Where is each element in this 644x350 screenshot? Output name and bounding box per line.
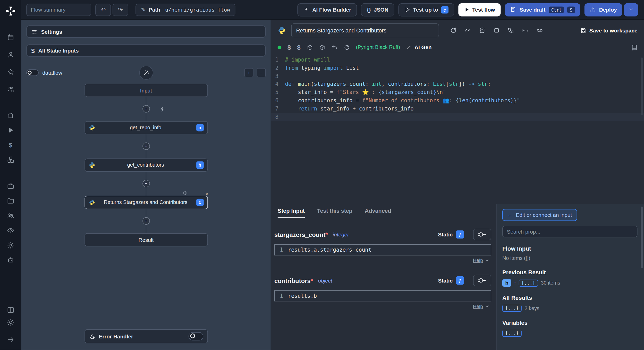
ai-gen-button[interactable]: AI Gen bbox=[406, 44, 432, 50]
deploy-menu-button[interactable] bbox=[624, 3, 638, 16]
sidebar-item-variables[interactable]: $ bbox=[3, 139, 18, 151]
error-handler-label: Error Handler bbox=[99, 333, 133, 339]
flow-summary-input[interactable] bbox=[26, 4, 91, 16]
tab-step-input[interactable]: Step Input bbox=[278, 204, 305, 218]
static-toggle[interactable]: Static ƒ bbox=[438, 276, 464, 285]
step-node-b[interactable]: get_contributors b bbox=[84, 158, 208, 172]
edit-connect-input-button[interactable]: ← Edit or connect an input bbox=[502, 209, 577, 221]
sidebar-item-settings[interactable] bbox=[3, 239, 18, 251]
test-flow-button[interactable]: Test flow bbox=[458, 3, 501, 16]
sleep-bed-icon[interactable] bbox=[522, 27, 529, 34]
sidebar-item-workers[interactable] bbox=[3, 209, 18, 222]
retry-loop-icon[interactable] bbox=[450, 27, 457, 34]
theme-toggle[interactable] bbox=[3, 316, 18, 329]
path-chip[interactable]: ✎ Path u/henri/gracious_flow bbox=[135, 4, 235, 16]
dependencies-button[interactable] bbox=[319, 44, 325, 50]
save-draft-button[interactable]: Save draft Ctrl S bbox=[505, 3, 580, 16]
mock-square-icon[interactable] bbox=[493, 27, 500, 34]
zoom-out-button[interactable]: − bbox=[257, 68, 266, 77]
code-line[interactable]: 7 return star_info + contributors_info bbox=[271, 105, 644, 113]
auto-layout-button[interactable] bbox=[139, 66, 153, 80]
sidebar-item-worker-groups[interactable] bbox=[3, 254, 18, 266]
code-line[interactable]: 6 contributors_info = f"Number of contri… bbox=[271, 97, 644, 105]
tab-advanced[interactable]: Advanced bbox=[365, 204, 391, 218]
code-line[interactable]: 1# import wmill bbox=[271, 56, 644, 64]
undo-button[interactable]: ↶ bbox=[95, 4, 111, 16]
sidebar-item-schedules[interactable] bbox=[3, 31, 18, 44]
code-editor[interactable]: 1# import wmill2from typing import List3… bbox=[271, 53, 644, 204]
help-link[interactable]: Help bbox=[473, 258, 483, 263]
zoom-in-button[interactable]: + bbox=[244, 68, 253, 77]
tab-test-this-step[interactable]: Test this step bbox=[317, 204, 352, 218]
code-line[interactable]: 5 star_info = f"Stars ⭐ : {stargazers_co… bbox=[271, 88, 644, 97]
error-handler-toggle[interactable] bbox=[188, 332, 203, 340]
flow-settings-button[interactable]: Settings bbox=[26, 25, 266, 38]
ai-flow-builder-button[interactable]: AI Flow Builder bbox=[298, 3, 357, 16]
result-key-badge[interactable]: b bbox=[502, 279, 511, 287]
expand-sidebar-button[interactable] bbox=[3, 334, 18, 346]
sidebar-item-user[interactable] bbox=[3, 48, 18, 61]
redo-button[interactable]: ↷ bbox=[113, 4, 128, 16]
sidebar-item-audit[interactable] bbox=[3, 224, 18, 237]
chevron-down-icon[interactable] bbox=[485, 304, 489, 309]
package-button[interactable] bbox=[307, 44, 313, 50]
redo-icon: ↷ bbox=[118, 6, 123, 13]
expr-input[interactable]: 1 results.b bbox=[274, 290, 491, 301]
undo-code-button[interactable] bbox=[331, 44, 337, 50]
expr-input[interactable]: 1 results.a.stargazers_count bbox=[274, 244, 491, 255]
save-to-workspace-button[interactable]: Save to workspace bbox=[580, 27, 638, 33]
input-node[interactable]: Input bbox=[84, 84, 208, 97]
array-preview-chip[interactable]: [...] bbox=[519, 279, 538, 286]
sidebar-item-jobs[interactable] bbox=[3, 180, 18, 192]
step-node-c-selected[interactable]: × Returns Stargazers and Contributors c bbox=[84, 196, 208, 209]
help-row: Help bbox=[274, 301, 491, 309]
object-preview-chip[interactable]: {...} bbox=[502, 305, 522, 312]
cache-database-icon[interactable] bbox=[479, 27, 486, 34]
error-handler-node[interactable]: Error Handler bbox=[84, 329, 208, 343]
step-node-a[interactable]: get_repo_info a bbox=[84, 121, 208, 134]
suspend-phone-icon[interactable] bbox=[508, 27, 514, 34]
context-var-button[interactable]: $ bbox=[287, 44, 291, 51]
sidebar-item-home[interactable] bbox=[3, 109, 18, 122]
sidebar-item-resources[interactable] bbox=[3, 153, 18, 166]
delete-step-icon[interactable]: × bbox=[205, 191, 208, 197]
edge-line bbox=[146, 150, 146, 158]
sidebar-item-apps[interactable] bbox=[3, 304, 18, 316]
sidebar-item-runs[interactable] bbox=[3, 124, 18, 136]
gauge-icon[interactable] bbox=[464, 27, 471, 34]
resource-var-button[interactable]: $ bbox=[297, 44, 300, 51]
static-toggle[interactable]: Static ƒ bbox=[438, 230, 464, 238]
library-button[interactable] bbox=[631, 44, 638, 50]
editor-scrollbar[interactable] bbox=[641, 57, 643, 115]
add-step-button[interactable]: + bbox=[142, 105, 150, 113]
prop-picker-scrollbar[interactable] bbox=[641, 207, 643, 268]
help-link[interactable]: Help bbox=[473, 303, 483, 309]
sidebar-item-groups[interactable] bbox=[3, 83, 18, 95]
reset-code-button[interactable] bbox=[344, 44, 350, 50]
object-preview-chip[interactable]: {...} bbox=[502, 330, 522, 337]
windmill-logo[interactable] bbox=[3, 5, 18, 17]
connect-input-button[interactable] bbox=[473, 275, 491, 286]
code-line[interactable]: 2from typing import List bbox=[271, 64, 644, 72]
connect-input-button[interactable] bbox=[473, 229, 491, 240]
step-title-input[interactable] bbox=[291, 23, 439, 37]
dataflow-toggle[interactable] bbox=[26, 69, 39, 76]
sidebar-item-folders[interactable] bbox=[3, 195, 18, 207]
add-step-button[interactable]: + bbox=[142, 142, 150, 150]
trigger-bolt-icon[interactable] bbox=[159, 106, 165, 112]
json-button[interactable]: {} JSON bbox=[361, 3, 394, 16]
deploy-button[interactable]: Deploy bbox=[584, 3, 622, 16]
voicemail-icon[interactable] bbox=[536, 27, 543, 34]
all-static-inputs-button[interactable]: $ All Static Inputs bbox=[26, 44, 266, 57]
chevron-down-icon[interactable] bbox=[485, 258, 489, 263]
result-node[interactable]: Result bbox=[84, 233, 208, 246]
code-line[interactable]: 4def main(stargazers_count: int, contrib… bbox=[271, 80, 644, 89]
sidebar-item-favorites[interactable] bbox=[3, 66, 18, 78]
move-handle-icon[interactable] bbox=[183, 191, 188, 195]
code-line[interactable]: 8 bbox=[271, 113, 644, 121]
test-up-to-button[interactable]: Test up to c bbox=[398, 3, 454, 16]
add-step-button[interactable]: + bbox=[142, 217, 150, 225]
add-step-button[interactable]: + bbox=[142, 180, 150, 187]
search-prop-input[interactable] bbox=[502, 226, 638, 237]
code-line[interactable]: 3 bbox=[271, 72, 644, 80]
